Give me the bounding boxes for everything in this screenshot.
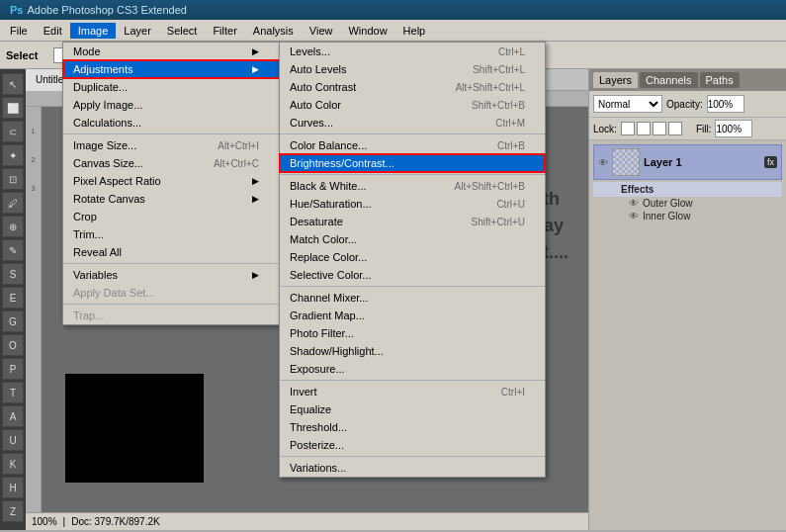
menu-window[interactable]: Window [340, 23, 394, 39]
adj-sep-4 [280, 380, 545, 381]
adj-posterize[interactable]: Posterize... [280, 436, 545, 454]
tools-panel: ↖ ⬜ ⊂ ✦ ⊡ 🖊 ⊕ ✎ S E G O P T A U K H Z [0, 69, 26, 530]
adj-black-white[interactable]: Black & White... Alt+Shift+Ctrl+B [280, 177, 545, 195]
opacity-input[interactable] [707, 95, 744, 113]
tool-eyedropper[interactable]: 🖊 [2, 192, 24, 214]
select-options-label: Select [6, 49, 38, 61]
adj-sep-3 [280, 286, 545, 287]
tool-healing[interactable]: ⊕ [2, 216, 24, 237]
outer-glow-visibility[interactable]: 👁 [629, 198, 639, 209]
layer-thumbnail [612, 148, 640, 176]
tool-clone[interactable]: S [2, 263, 24, 285]
adj-auto-color[interactable]: Auto Color Shift+Ctrl+B [280, 96, 545, 114]
tool-eraser[interactable]: E [2, 287, 24, 309]
tool-lasso[interactable]: ⊂ [2, 121, 24, 142]
tool-3d[interactable]: K [2, 453, 24, 475]
adj-replace-color[interactable]: Replace Color... [280, 248, 545, 266]
menu-filter[interactable]: Filter [205, 23, 244, 39]
adj-variations[interactable]: Variations... [280, 459, 545, 477]
fill-input[interactable] [715, 120, 752, 137]
inner-glow-item[interactable]: 👁 Inner Glow [593, 210, 782, 222]
blend-mode-select[interactable]: Normal [593, 95, 662, 113]
adj-shadow-highlight[interactable]: Shadow/Highlight... [280, 342, 545, 360]
tool-dodge[interactable]: O [2, 334, 24, 356]
tool-zoom[interactable]: Z [2, 500, 24, 522]
adj-desaturate[interactable]: Desaturate Shift+Ctrl+U [280, 213, 545, 230]
adj-color-balance[interactable]: Color Balance... Ctrl+B [280, 136, 545, 154]
adjustments-submenu: Levels... Ctrl+L Auto Levels Shift+Ctrl+… [279, 42, 546, 478]
adj-sep-1 [280, 133, 545, 134]
tool-magic-wand[interactable]: ✦ [2, 144, 24, 166]
adj-hue-saturation[interactable]: Hue/Saturation... Ctrl+U [280, 195, 545, 213]
tool-hand[interactable]: H [2, 477, 24, 498]
adj-channel-mixer[interactable]: Channel Mixer... [280, 289, 545, 307]
outer-glow-item[interactable]: 👁 Outer Glow [593, 197, 782, 210]
tool-shape[interactable]: U [2, 429, 24, 451]
app-title: Adobe Photoshop CS3 Extended [27, 4, 186, 16]
menu-select[interactable]: Select [159, 23, 206, 39]
menu-view[interactable]: View [302, 23, 341, 39]
menu-edit[interactable]: Edit [36, 23, 70, 39]
lock-transparent[interactable] [621, 122, 635, 135]
adj-equalize[interactable]: Equalize [280, 400, 545, 418]
menu-item-rotate-canvas[interactable]: Rotate Canvas [63, 190, 279, 208]
menu-file[interactable]: File [2, 23, 36, 39]
menu-item-duplicate[interactable]: Duplicate... [63, 78, 279, 96]
menu-item-calculations[interactable]: Calculations... [63, 114, 279, 132]
menu-help[interactable]: Help [395, 23, 434, 39]
tool-move[interactable]: ↖ [2, 73, 24, 95]
adj-gradient-map[interactable]: Gradient Map... [280, 307, 545, 324]
menu-item-mode[interactable]: Mode [63, 43, 279, 60]
inner-glow-visibility[interactable]: 👁 [629, 211, 639, 222]
tab-paths[interactable]: Paths [700, 72, 740, 88]
lock-image[interactable] [637, 122, 651, 135]
menu-item-apply-image[interactable]: Apply Image... [63, 96, 279, 114]
tool-pen[interactable]: P [2, 358, 24, 380]
menu-layer[interactable]: Layer [116, 23, 159, 39]
menu-sep-3 [63, 304, 279, 305]
opacity-label: Opacity: [666, 99, 703, 110]
tab-layers[interactable]: Layers [593, 72, 638, 88]
adj-exposure[interactable]: Exposure... [280, 360, 545, 378]
adj-brightness-contrast[interactable]: Brightness/Contrast... [280, 154, 545, 172]
menu-item-pixel-aspect[interactable]: Pixel Aspect Ratio [63, 172, 279, 190]
adj-match-color[interactable]: Match Color... [280, 230, 545, 248]
tool-crop[interactable]: ⊡ [2, 168, 24, 190]
menu-image[interactable]: Image [70, 23, 117, 39]
tool-text[interactable]: T [2, 382, 24, 403]
menu-item-adjustments[interactable]: Adjustments [63, 60, 279, 78]
zoom-level: 100% [32, 516, 57, 527]
tool-path[interactable]: A [2, 405, 24, 427]
fill-label: Fill: [696, 124, 712, 134]
tool-marquee[interactable]: ⬜ [2, 97, 24, 119]
menu-item-trim[interactable]: Trim... [63, 225, 279, 243]
lock-row: Lock: Fill: [589, 118, 786, 140]
tool-brush[interactable]: ✎ [2, 239, 24, 261]
adj-photo-filter[interactable]: Photo Filter... [280, 324, 545, 342]
lock-all[interactable] [668, 122, 682, 135]
menu-item-image-size[interactable]: Image Size... Alt+Ctrl+I [63, 136, 279, 154]
menu-item-reveal-all[interactable]: Reveal All [63, 243, 279, 261]
adj-sep-5 [280, 456, 545, 457]
layer-visibility-icon[interactable]: 👁 [598, 157, 608, 168]
menu-item-canvas-size[interactable]: Canvas Size... Alt+Ctrl+C [63, 154, 279, 172]
lock-label: Lock: [593, 124, 617, 134]
adj-auto-contrast[interactable]: Auto Contrast Alt+Shift+Ctrl+L [280, 78, 545, 96]
effects-label: Effects [621, 184, 654, 195]
tab-channels[interactable]: Channels [640, 72, 697, 88]
layer-row-1[interactable]: 👁 Layer 1 fx [593, 144, 782, 180]
adj-auto-levels[interactable]: Auto Levels Shift+Ctrl+L [280, 60, 545, 78]
menu-analysis[interactable]: Analysis [245, 23, 302, 39]
adj-threshold[interactable]: Threshold... [280, 418, 545, 436]
adj-curves[interactable]: Curves... Ctrl+M [280, 114, 545, 132]
adj-selective-color[interactable]: Selective Color... [280, 266, 545, 284]
menu-item-variables[interactable]: Variables [63, 266, 279, 284]
tool-gradient[interactable]: G [2, 310, 24, 332]
right-panel: Layers Channels Paths Normal Opacity: Lo… [588, 69, 786, 530]
layers-controls: Normal Opacity: [589, 91, 786, 118]
adj-invert[interactable]: Invert Ctrl+I [280, 383, 545, 400]
adj-levels[interactable]: Levels... Ctrl+L [280, 43, 545, 60]
lock-position[interactable] [653, 122, 666, 135]
image-menu-dropdown: Mode Adjustments Duplicate... Apply Imag… [62, 42, 280, 325]
menu-item-crop[interactable]: Crop [63, 208, 279, 225]
